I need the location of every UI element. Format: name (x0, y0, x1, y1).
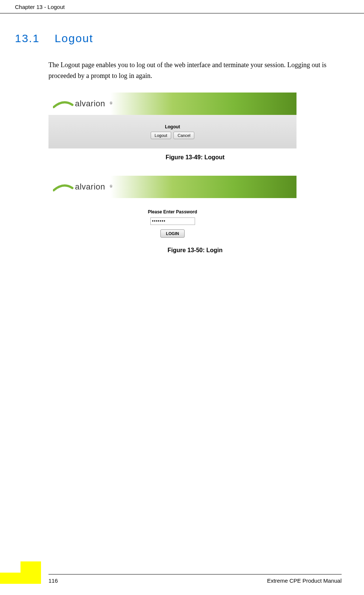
figure-caption-2: Figure 13-50: Login (48, 241, 342, 265)
section-number: 13.1 (15, 32, 40, 44)
page-number: 116 (48, 577, 58, 584)
banner: alvarion ® (48, 176, 296, 198)
login-button[interactable]: LOGIN (160, 229, 185, 238)
color-blocks (0, 561, 41, 584)
blank-block (0, 561, 21, 573)
page-footer: 116 Extreme CPE Product Manual (0, 574, 364, 584)
yellow-block-bottom (0, 573, 41, 584)
password-field[interactable] (150, 217, 195, 225)
figure-caption-1: Figure 13-49: Logout (48, 148, 342, 172)
logout-button[interactable]: Logout (151, 132, 172, 139)
login-prompt-title: Please Enter Password (148, 209, 197, 214)
logout-screenshot: alvarion ® Logout Logout Cancel (48, 93, 296, 148)
alvarion-logo: alvarion ® (53, 98, 113, 109)
logo-swoosh-icon (53, 98, 73, 109)
chapter-title: Chapter 13 - Logout (15, 4, 65, 10)
manual-title: Extreme CPE Product Manual (267, 577, 342, 584)
cancel-button[interactable]: Cancel (173, 132, 194, 139)
page-header: Chapter 13 - Logout (0, 0, 364, 13)
logo-swoosh-icon (53, 181, 73, 192)
registered-icon: ® (110, 184, 113, 188)
section-title: Logout (54, 32, 93, 44)
logout-panel-title: Logout (165, 124, 180, 129)
figure-logout: alvarion ® Logout Logout Cancel Figure 1… (48, 93, 342, 172)
button-row: Logout Cancel (151, 132, 195, 139)
figure-login: alvarion ® Please Enter Password LOGIN F… (48, 176, 342, 265)
alvarion-logo: alvarion ® (53, 181, 113, 192)
footer-row: 116 Extreme CPE Product Manual (0, 574, 364, 584)
registered-icon: ® (110, 101, 113, 105)
logo-text: alvarion (75, 99, 105, 109)
yellow-block-top (21, 561, 41, 573)
login-screenshot: alvarion ® Please Enter Password LOGIN (48, 176, 296, 241)
body-paragraph: The Logout page enables you to log out o… (0, 56, 364, 93)
banner: alvarion ® (48, 93, 296, 115)
section-heading: 13.1Logout (0, 13, 364, 56)
logout-panel: Logout Logout Cancel (48, 115, 296, 148)
login-panel: Please Enter Password LOGIN (48, 198, 296, 241)
logo-text: alvarion (75, 182, 105, 192)
